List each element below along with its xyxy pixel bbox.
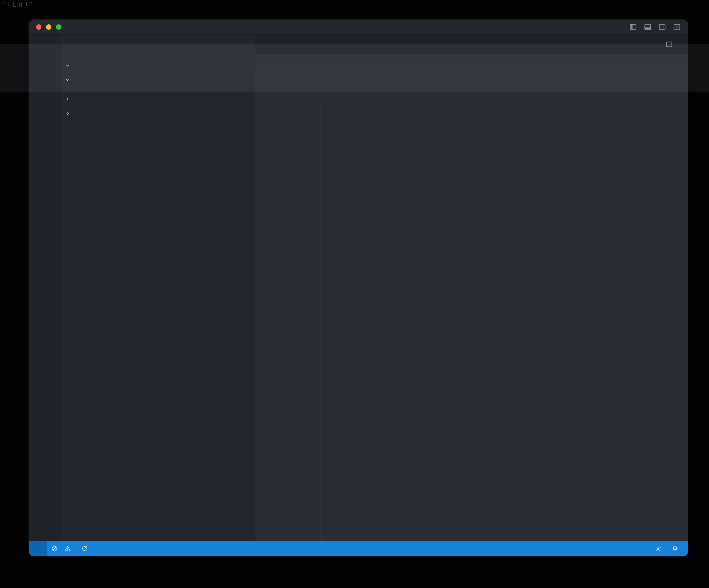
explorer-sidebar — [61, 34, 255, 541]
encoding-status[interactable] — [606, 541, 614, 556]
zoom-window-button[interactable] — [56, 24, 61, 30]
toggle-sidebar-icon[interactable] — [629, 23, 637, 31]
code-editor[interactable] — [255, 71, 688, 541]
toggle-panel-icon[interactable] — [643, 23, 652, 31]
feedback-status[interactable] — [651, 541, 666, 556]
minimap-viewport[interactable] — [0, 44, 709, 92]
remote-indicator[interactable] — [29, 541, 47, 556]
title-bar — [29, 20, 688, 34]
bell-icon — [672, 545, 678, 552]
traffic-lights — [36, 24, 61, 30]
cursor-position-status[interactable] — [586, 541, 595, 556]
person-plus-icon — [655, 545, 662, 552]
chevron-right-icon — [64, 96, 71, 102]
warning-icon — [64, 545, 71, 552]
live-share-icon — [81, 545, 88, 552]
editor-group — [255, 34, 688, 541]
minimize-window-button[interactable] — [46, 24, 51, 30]
language-status[interactable] — [625, 541, 634, 556]
toggle-secondary-sidebar-icon[interactable] — [658, 23, 667, 31]
problems-status[interactable] — [47, 541, 77, 556]
line-number[interactable]: ' + L.n + ' — [0, 0, 32, 8]
formatter-status[interactable] — [635, 541, 650, 556]
indentation-status[interactable] — [596, 541, 605, 556]
eol-status[interactable] — [615, 541, 624, 556]
outline-section-header[interactable] — [61, 92, 255, 106]
workbench — [29, 34, 688, 541]
customize-layout-icon[interactable] — [673, 23, 681, 31]
activity-bar — [29, 34, 61, 541]
vscode-window — [29, 20, 688, 556]
live-share-status[interactable] — [77, 541, 94, 556]
timeline-section-header[interactable] — [61, 106, 255, 121]
notifications-status[interactable] — [667, 541, 683, 556]
layout-controls — [629, 23, 681, 31]
status-bar — [29, 541, 688, 556]
error-icon — [51, 545, 58, 552]
close-window-button[interactable] — [36, 24, 42, 30]
chevron-right-icon — [64, 110, 71, 117]
status-left — [29, 541, 94, 556]
indent-guide — [321, 102, 322, 541]
status-right — [586, 541, 688, 556]
